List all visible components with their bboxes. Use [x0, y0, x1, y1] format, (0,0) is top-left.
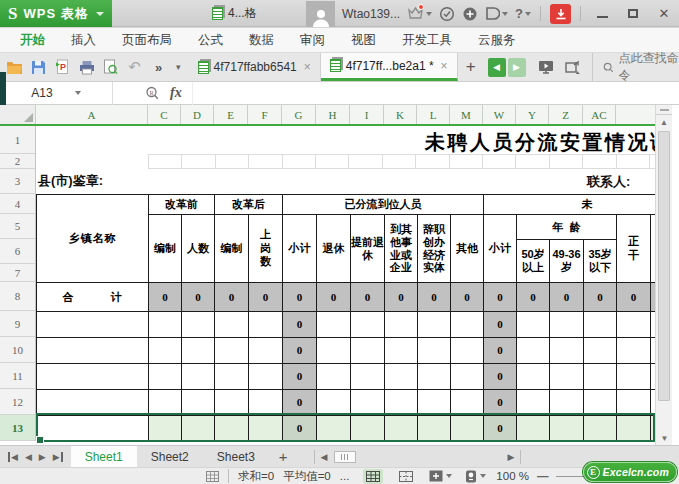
row-header[interactable]: 11: [0, 363, 35, 389]
column-header[interactable]: F: [248, 105, 282, 124]
cell[interactable]: [418, 390, 451, 416]
cell[interactable]: 0: [351, 283, 385, 312]
row-header[interactable]: 10: [0, 337, 35, 363]
formula-input[interactable]: [192, 82, 679, 105]
close-tab-icon[interactable]: ×: [304, 60, 311, 74]
vip-crown-icon[interactable]: [407, 6, 432, 21]
cell[interactable]: 0: [517, 283, 550, 312]
cell[interactable]: [451, 390, 484, 416]
cell[interactable]: [249, 312, 283, 338]
cell[interactable]: [584, 338, 617, 364]
cell[interactable]: [215, 338, 249, 364]
sheet-tab-sheet1[interactable]: Sheet1: [71, 446, 137, 467]
select-all-corner[interactable]: [0, 105, 36, 124]
header-tuixiu[interactable]: 退休: [317, 215, 351, 283]
document-tab-1[interactable]: 4f717ffabb6541 ×: [189, 53, 321, 81]
cell[interactable]: [517, 312, 550, 338]
header-renshu[interactable]: 人数: [182, 215, 215, 283]
cell[interactable]: [517, 364, 550, 390]
cell[interactable]: [249, 416, 283, 442]
cell[interactable]: [317, 338, 351, 364]
new-tab-button[interactable]: +: [458, 53, 484, 81]
vertical-scrollbar[interactable]: ▲ ▼: [655, 105, 672, 445]
column-header[interactable]: Z: [549, 105, 583, 124]
row-header[interactable]: 6: [0, 239, 35, 264]
next-sheet-button[interactable]: ▶: [39, 452, 46, 462]
scroll-down-arrow-icon[interactable]: ▼: [656, 434, 673, 443]
first-sheet-button[interactable]: ◀: [8, 452, 18, 462]
cell[interactable]: [617, 364, 651, 390]
cell[interactable]: [249, 390, 283, 416]
print-preview-button[interactable]: [102, 59, 119, 76]
header-qita[interactable]: 其他: [451, 215, 484, 283]
row-header[interactable]: 4: [0, 194, 35, 214]
cell[interactable]: [317, 390, 351, 416]
header-bianzhi-pre[interactable]: 编制: [149, 215, 182, 283]
scrollbar-thumb[interactable]: [658, 131, 670, 401]
cell[interactable]: 0: [283, 312, 317, 338]
menu-page-layout[interactable]: 页面布局: [122, 32, 172, 49]
close-button[interactable]: ✕: [652, 6, 676, 21]
header-shanggang[interactable]: 上岗数: [249, 215, 283, 283]
cell[interactable]: 0: [283, 364, 317, 390]
row-header[interactable]: 9: [0, 311, 35, 337]
cell[interactable]: [418, 416, 451, 442]
cell[interactable]: [317, 364, 351, 390]
print-button[interactable]: [78, 59, 95, 76]
cell[interactable]: 0: [484, 283, 517, 312]
normal-view-button[interactable]: [363, 469, 383, 484]
cell[interactable]: [418, 312, 451, 338]
cell[interactable]: [617, 338, 651, 364]
column-header[interactable]: C: [148, 105, 181, 124]
avatar[interactable]: [306, 1, 335, 27]
menu-developer[interactable]: 开发工具: [402, 32, 452, 49]
column-header[interactable]: I: [350, 105, 384, 124]
active-cell-A13[interactable]: [37, 416, 149, 442]
cell[interactable]: [584, 416, 617, 442]
menu-formulas[interactable]: 公式: [198, 32, 223, 49]
cell[interactable]: 0: [283, 390, 317, 416]
cell[interactable]: 0: [283, 338, 317, 364]
row-header[interactable]: 5: [0, 214, 35, 239]
cell[interactable]: 0: [484, 364, 517, 390]
save-button[interactable]: [30, 59, 47, 76]
column-header[interactable]: D: [181, 105, 214, 124]
page-break-view-button[interactable]: [396, 469, 416, 484]
cell[interactable]: [351, 312, 385, 338]
minimize-button[interactable]: [590, 6, 614, 21]
cell[interactable]: [182, 312, 215, 338]
cell[interactable]: [550, 416, 584, 442]
column-header[interactable]: K: [384, 105, 417, 124]
header-right-group[interactable]: 未: [484, 195, 656, 215]
cell[interactable]: [37, 312, 149, 338]
add-sheet-button[interactable]: +: [269, 446, 298, 467]
prev-sheet-button[interactable]: ◀: [25, 452, 32, 462]
cell[interactable]: [550, 338, 584, 364]
row-header[interactable]: 8: [0, 282, 35, 311]
cell[interactable]: 0: [418, 283, 451, 312]
cell[interactable]: [149, 312, 182, 338]
cell[interactable]: [584, 312, 617, 338]
header-age-35minus[interactable]: 35岁以下: [584, 240, 617, 283]
username[interactable]: Wtao139...: [342, 7, 400, 21]
cell[interactable]: 0: [182, 283, 215, 312]
scroll-up-arrow-icon[interactable]: ▲: [656, 115, 672, 129]
page-layout-view-button[interactable]: [429, 470, 452, 482]
cell[interactable]: [385, 416, 418, 442]
cell[interactable]: [517, 338, 550, 364]
skin-icon[interactable]: [485, 6, 508, 21]
column-header[interactable]: H: [316, 105, 350, 124]
eye-protection-mode-button[interactable]: [465, 470, 486, 483]
cell[interactable]: [517, 390, 550, 416]
header-tiqian-tuixiu[interactable]: 提前退休: [351, 215, 385, 283]
sheet-tab-sheet2[interactable]: Sheet2: [137, 446, 203, 467]
menu-home[interactable]: 开始: [20, 32, 45, 49]
cell[interactable]: 0: [550, 283, 584, 312]
cell[interactable]: [182, 364, 215, 390]
column-header[interactable]: M: [450, 105, 483, 124]
cell[interactable]: [215, 364, 249, 390]
cell[interactable]: [584, 390, 617, 416]
column-header[interactable]: L: [417, 105, 450, 124]
cell[interactable]: [517, 416, 550, 442]
document-mini-tab[interactable]: 4...格: [212, 0, 257, 27]
